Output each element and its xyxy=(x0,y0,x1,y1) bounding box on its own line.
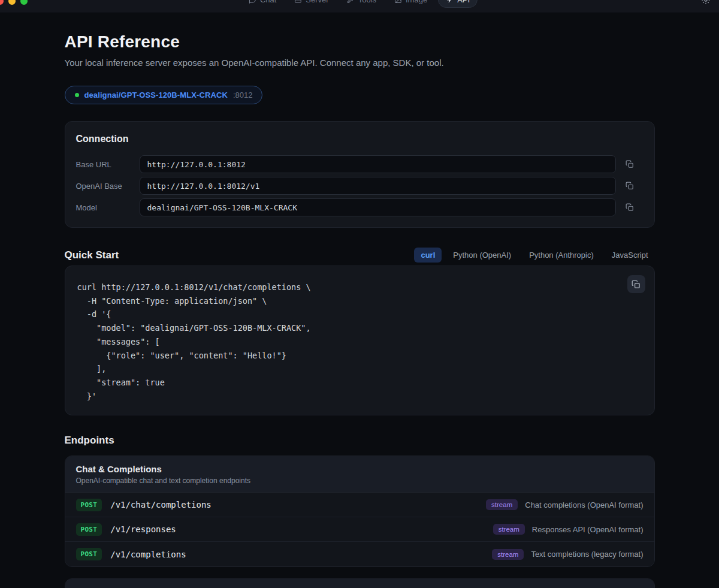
endpoint-description: Chat completions (OpenAI format) xyxy=(525,500,643,509)
tab-python-anthropic[interactable]: Python (Anthropic) xyxy=(522,248,600,263)
method-badge: POST xyxy=(76,548,102,560)
curl-code-block: curl http://127.0.0.1:8012/v1/chat/compl… xyxy=(77,281,641,403)
model-status-badge[interactable]: dealignai/GPT-OSS-120B-MLX-CRACK :8012 xyxy=(65,86,263,104)
nav-tab-tools[interactable]: Tools xyxy=(340,0,383,7)
window-controls xyxy=(0,0,28,5)
tab-javascript[interactable]: JavaScript xyxy=(605,248,655,263)
method-badge: POST xyxy=(76,499,102,511)
nav-tab-label: API xyxy=(457,0,470,4)
stream-badge: stream xyxy=(486,499,518,510)
base-url-field[interactable]: http://127.0.0.1:8012 xyxy=(140,155,616,173)
endpoint-group-chat-completions: Chat & Completions OpenAI-compatible cha… xyxy=(65,456,655,567)
nav-tab-label: Image xyxy=(406,0,427,4)
image-icon xyxy=(394,0,402,4)
nav-tab-label: Server xyxy=(306,0,328,4)
field-label: OpenAI Base xyxy=(76,182,140,191)
endpoint-row-responses: POST /v1/responses stream Responses API … xyxy=(65,517,654,542)
page-subtitle: Your local inference server exposes an O… xyxy=(65,57,655,69)
endpoint-description: Responses API (OpenAI format) xyxy=(532,525,644,534)
copy-icon xyxy=(632,280,641,289)
main-nav: Chat Server Tools Image API xyxy=(241,0,478,8)
window-title-bar: Chat Server Tools Image API xyxy=(0,0,719,13)
page-title: API Reference xyxy=(65,33,655,51)
openai-base-field[interactable]: http://127.0.0.1:8012/v1 xyxy=(140,177,616,195)
connection-title: Connection xyxy=(76,134,644,144)
endpoint-group-header: Anthropic xyxy=(65,579,654,588)
quick-start-header: Quick Start curl Python (OpenAI) Python … xyxy=(65,248,655,263)
connection-card: Connection Base URL http://127.0.0.1:801… xyxy=(65,121,655,228)
nav-tab-label: Chat xyxy=(260,0,276,4)
connection-row-model: Model dealignai/GPT-OSS-120B-MLX-CRACK xyxy=(76,198,644,216)
model-field[interactable]: dealignai/GPT-OSS-120B-MLX-CRACK xyxy=(140,198,616,216)
field-label: Base URL xyxy=(76,160,140,169)
quick-start-title: Quick Start xyxy=(65,249,119,261)
stream-badge: stream xyxy=(493,524,525,535)
window-zoom-button[interactable] xyxy=(20,0,28,5)
endpoint-group-anthropic: Anthropic xyxy=(65,578,655,588)
connection-row-base-url: Base URL http://127.0.0.1:8012 xyxy=(76,155,644,173)
nav-tab-image[interactable]: Image xyxy=(387,0,434,7)
copy-model-button[interactable] xyxy=(616,198,644,216)
chat-icon xyxy=(249,0,256,4)
copy-openai-base-button[interactable] xyxy=(616,177,644,195)
window-close-button[interactable] xyxy=(0,0,4,5)
endpoints-title: Endpoints xyxy=(65,435,655,447)
nav-tab-server[interactable]: Server xyxy=(287,0,336,7)
language-tabs: curl Python (OpenAI) Python (Anthropic) … xyxy=(414,248,654,263)
endpoint-path: /v1/chat/completions xyxy=(110,500,212,509)
copy-icon xyxy=(626,160,634,168)
lightning-icon xyxy=(446,0,454,4)
nav-tab-api[interactable]: API xyxy=(438,0,478,8)
endpoint-description: Text completions (legacy format) xyxy=(531,550,643,559)
code-snippet-card: curl http://127.0.0.1:8012/v1/chat/compl… xyxy=(65,266,655,415)
status-dot-icon xyxy=(75,93,79,97)
endpoint-group-description: OpenAI-compatible chat and text completi… xyxy=(76,477,644,485)
endpoint-path: /v1/responses xyxy=(110,524,176,534)
copy-icon xyxy=(626,203,634,212)
api-reference-page: API Reference Your local inference serve… xyxy=(65,33,655,588)
stream-badge: stream xyxy=(492,549,524,560)
endpoint-group-name: Chat & Completions xyxy=(76,464,644,474)
nav-tab-chat[interactable]: Chat xyxy=(241,0,283,7)
field-label: Model xyxy=(76,203,140,212)
endpoint-row-completions: POST /v1/completions stream Text complet… xyxy=(65,542,654,566)
connection-row-openai-base: OpenAI Base http://127.0.0.1:8012/v1 xyxy=(76,177,644,195)
window-minimize-button[interactable] xyxy=(8,0,16,5)
copy-icon xyxy=(626,182,634,190)
endpoint-group-header: Chat & Completions OpenAI-compatible cha… xyxy=(65,456,654,493)
method-badge: POST xyxy=(76,523,102,536)
connection-rows: Base URL http://127.0.0.1:8012 OpenAI Ba… xyxy=(76,155,644,216)
wrench-icon xyxy=(347,0,355,4)
model-port: :8012 xyxy=(233,91,253,99)
window-toolbar-button[interactable] xyxy=(701,0,711,7)
settings-icon xyxy=(701,0,711,5)
copy-code-button[interactable] xyxy=(627,275,645,293)
endpoint-row-chat-completions: POST /v1/chat/completions stream Chat co… xyxy=(65,493,654,517)
tab-curl[interactable]: curl xyxy=(414,248,442,263)
model-name: dealignai/GPT-OSS-120B-MLX-CRACK xyxy=(84,91,228,99)
server-icon xyxy=(294,0,302,4)
tab-python-openai[interactable]: Python (OpenAI) xyxy=(446,248,518,263)
endpoint-path: /v1/completions xyxy=(110,550,186,559)
copy-base-url-button[interactable] xyxy=(616,155,644,173)
nav-tab-label: Tools xyxy=(358,0,376,4)
